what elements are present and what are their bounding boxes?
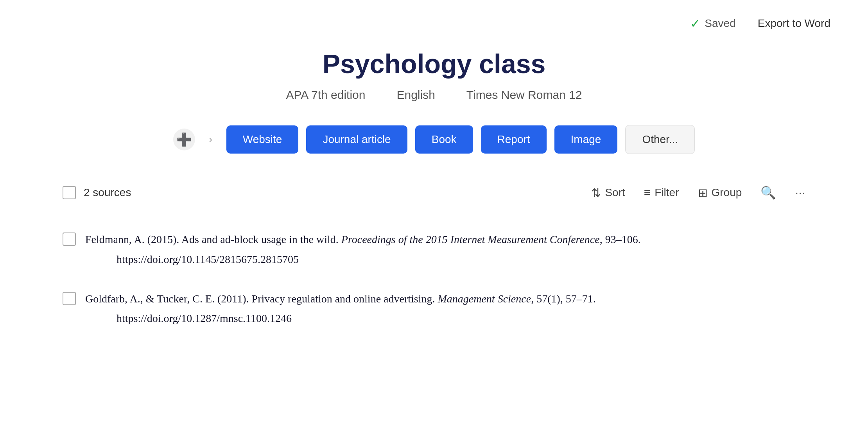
- citation-2-italic: Management Science: [438, 293, 531, 305]
- citation-text-1: Feldmann, A. (2015). Ads and ad-block us…: [85, 231, 641, 268]
- report-button[interactable]: Report: [481, 125, 547, 154]
- table-row: Feldmann, A. (2015). Ads and ad-block us…: [63, 220, 805, 279]
- citation-checkbox-2[interactable]: [63, 292, 76, 305]
- citation-1-before-italic: Feldmann, A. (2015). Ads and ad-block us…: [85, 233, 341, 245]
- top-bar: ✓ Saved Export to Word: [0, 0, 868, 41]
- chevron-right-btn[interactable]: ›: [203, 132, 219, 147]
- citation-1-doi: https://doi.org/10.1145/2815675.2815705: [117, 251, 641, 268]
- font-label: Times New Roman 12: [466, 88, 582, 102]
- citation-checkbox-1[interactable]: [63, 232, 76, 246]
- plus-icon: ➕: [176, 132, 192, 147]
- group-icon: ⊞: [698, 186, 708, 200]
- more-icon: ···: [795, 186, 805, 200]
- table-row: Goldfarb, A., & Tucker, C. E. (2011). Pr…: [63, 279, 805, 339]
- citation-2-after-italic: , 57(1), 57–71.: [531, 293, 596, 305]
- saved-label: Saved: [705, 17, 735, 30]
- subtitle-row: APA 7th edition English Times New Roman …: [286, 88, 582, 102]
- journal-article-button[interactable]: Journal article: [306, 125, 407, 154]
- citation-1-italic: Proceedings of the 2015 Internet Measure…: [341, 233, 600, 245]
- citation-list: Feldmann, A. (2015). Ads and ad-block us…: [63, 212, 805, 346]
- group-label: Group: [712, 186, 742, 199]
- page-title: Psychology class: [323, 48, 546, 79]
- sort-button[interactable]: ⇅ Sort: [591, 186, 625, 200]
- main-content: Psychology class APA 7th edition English…: [0, 41, 868, 362]
- filter-button[interactable]: ≡ Filter: [644, 186, 679, 199]
- filter-label: Filter: [655, 186, 679, 199]
- website-button[interactable]: Website: [226, 125, 299, 154]
- search-icon: 🔍: [760, 186, 776, 200]
- citation-1-after-italic: , 93–106.: [600, 233, 641, 245]
- sources-toolbar: 2 sources ⇅ Sort ≡ Filter ⊞ Group 🔍: [63, 177, 805, 208]
- more-options-button[interactable]: ···: [795, 186, 805, 200]
- edition-label: APA 7th edition: [286, 88, 366, 102]
- book-button[interactable]: Book: [415, 125, 473, 154]
- export-to-word-button[interactable]: Export to Word: [751, 14, 837, 33]
- sources-right: ⇅ Sort ≡ Filter ⊞ Group 🔍 ···: [591, 185, 805, 200]
- other-button[interactable]: Other...: [625, 125, 695, 154]
- check-icon: ✓: [690, 16, 701, 31]
- citation-2-doi: https://doi.org/10.1287/mnsc.1100.1246: [117, 310, 596, 327]
- saved-indicator: ✓ Saved: [690, 16, 735, 31]
- filter-icon: ≡: [644, 186, 651, 199]
- search-button[interactable]: 🔍: [760, 185, 776, 200]
- source-type-row: ➕ › Website Journal article Book Report …: [173, 125, 695, 154]
- sort-label: Sort: [605, 186, 625, 199]
- citation-text-2: Goldfarb, A., & Tucker, C. E. (2011). Pr…: [85, 290, 596, 328]
- sources-left: 2 sources: [63, 186, 131, 199]
- image-button[interactable]: Image: [554, 125, 618, 154]
- group-button[interactable]: ⊞ Group: [698, 186, 742, 200]
- sources-count: 2 sources: [84, 186, 131, 199]
- sources-section: 2 sources ⇅ Sort ≡ Filter ⊞ Group 🔍: [63, 177, 805, 346]
- sort-icon: ⇅: [591, 186, 601, 200]
- add-source-button[interactable]: ➕: [173, 129, 195, 150]
- language-label: English: [396, 88, 435, 102]
- select-all-checkbox[interactable]: [63, 186, 76, 199]
- citation-2-before-italic: Goldfarb, A., & Tucker, C. E. (2011). Pr…: [85, 293, 438, 305]
